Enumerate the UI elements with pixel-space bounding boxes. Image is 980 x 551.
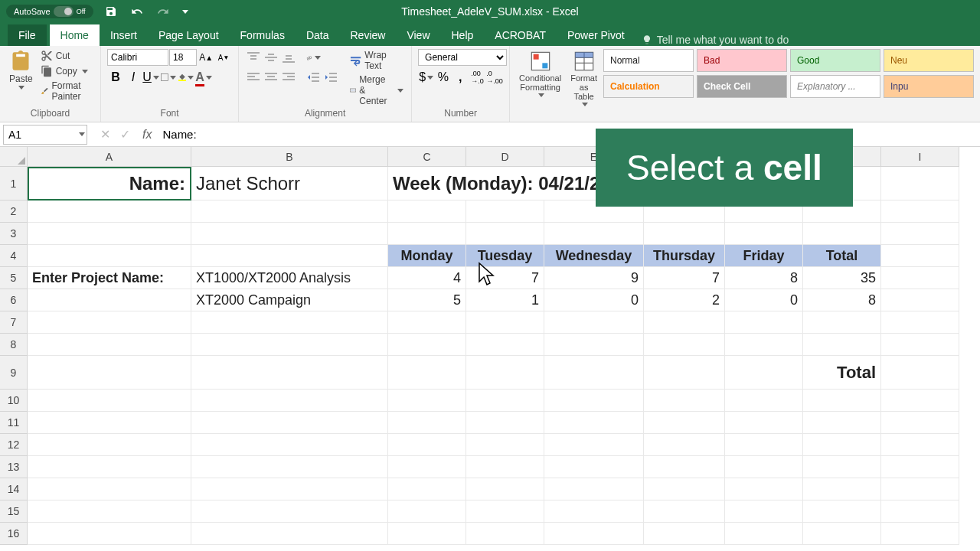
cell-i1[interactable] bbox=[881, 167, 959, 201]
fx-icon[interactable]: fx bbox=[142, 128, 152, 142]
orientation-icon[interactable]: ab bbox=[305, 49, 322, 66]
cell-b5[interactable]: XT1000/XT2000 Analysis bbox=[191, 267, 388, 289]
align-middle-icon[interactable] bbox=[263, 49, 279, 66]
comma-format-icon[interactable]: , bbox=[452, 69, 469, 86]
cell-g4[interactable]: Friday bbox=[725, 245, 803, 267]
formula-input[interactable] bbox=[159, 128, 980, 141]
col-header-c[interactable]: C bbox=[388, 147, 466, 167]
style-good[interactable]: Good bbox=[790, 49, 880, 72]
row-header-5[interactable]: 5 bbox=[0, 267, 28, 289]
style-bad[interactable]: Bad bbox=[697, 49, 787, 72]
tab-acrobat[interactable]: ACROBAT bbox=[484, 24, 557, 46]
increase-font-icon[interactable]: A▲ bbox=[198, 49, 214, 66]
format-as-table-button[interactable]: Format as Table bbox=[567, 49, 600, 108]
cell-g6[interactable]: 0 bbox=[725, 289, 803, 311]
row-header-12[interactable]: 12 bbox=[0, 434, 28, 456]
col-header-d[interactable]: D bbox=[466, 147, 544, 167]
align-left-icon[interactable] bbox=[245, 69, 262, 86]
style-neutral[interactable]: Neu bbox=[884, 49, 974, 72]
col-header-a[interactable]: A bbox=[28, 147, 191, 167]
align-top-icon[interactable] bbox=[245, 49, 262, 66]
style-explanatory[interactable]: Explanatory ... bbox=[790, 75, 880, 98]
increase-decimal-icon[interactable]: .00→.0 bbox=[469, 69, 485, 86]
font-name-select[interactable] bbox=[107, 49, 168, 66]
name-box-dropdown-icon[interactable] bbox=[79, 132, 85, 136]
cancel-icon[interactable]: ✕ bbox=[96, 126, 113, 143]
cell-b1[interactable]: Janet Schorr bbox=[191, 167, 388, 201]
autosave-switch[interactable] bbox=[54, 6, 74, 17]
increase-indent-icon[interactable] bbox=[322, 69, 339, 86]
percent-format-icon[interactable]: % bbox=[435, 69, 451, 86]
cell-c4[interactable]: Monday bbox=[388, 245, 466, 267]
tab-help[interactable]: Help bbox=[441, 24, 485, 46]
underline-button[interactable]: U bbox=[142, 69, 159, 86]
cell-e6[interactable]: 0 bbox=[544, 289, 644, 311]
cell-styles-gallery[interactable]: Normal Bad Good Neu Calculation Check Ce… bbox=[603, 49, 974, 98]
redo-icon[interactable] bbox=[155, 3, 172, 20]
align-bottom-icon[interactable] bbox=[280, 49, 297, 66]
name-box[interactable]: A1 bbox=[3, 125, 87, 145]
wrap-text-button[interactable]: Wrap Text bbox=[348, 49, 405, 72]
undo-icon[interactable] bbox=[129, 3, 145, 20]
cut-button[interactable]: Cut bbox=[39, 49, 94, 63]
col-header-b[interactable]: B bbox=[191, 147, 388, 167]
cell-c5[interactable]: 4 bbox=[388, 267, 466, 289]
cell-a5[interactable]: Enter Project Name: bbox=[28, 267, 191, 289]
row-header-13[interactable]: 13 bbox=[0, 456, 28, 478]
bold-button[interactable]: B bbox=[107, 69, 124, 86]
autosave-toggle[interactable]: AutoSave Off bbox=[6, 5, 93, 18]
row-header-11[interactable]: 11 bbox=[0, 412, 28, 434]
row-header-3[interactable]: 3 bbox=[0, 223, 28, 245]
style-calculation[interactable]: Calculation bbox=[603, 75, 694, 98]
style-normal[interactable]: Normal bbox=[603, 49, 694, 72]
border-button[interactable] bbox=[160, 69, 177, 86]
cell-d6[interactable]: 1 bbox=[466, 289, 544, 311]
row-header-1[interactable]: 1 bbox=[0, 167, 28, 201]
tab-formulas[interactable]: Formulas bbox=[230, 24, 296, 46]
align-right-icon[interactable] bbox=[280, 69, 297, 86]
accounting-format-icon[interactable]: $ bbox=[418, 69, 434, 86]
col-header-i[interactable]: I bbox=[881, 147, 959, 167]
qat-dropdown-icon[interactable] bbox=[182, 10, 188, 14]
spreadsheet-grid[interactable]: A B C D E F G H I 1 Name: Janet Schorr W… bbox=[0, 147, 980, 545]
row-header-10[interactable]: 10 bbox=[0, 390, 28, 412]
cell-c6[interactable]: 5 bbox=[388, 289, 466, 311]
cell-f6[interactable]: 2 bbox=[644, 289, 725, 311]
font-color-button[interactable]: A bbox=[195, 69, 212, 86]
decrease-font-icon[interactable]: A▼ bbox=[215, 49, 232, 66]
fill-color-button[interactable] bbox=[178, 69, 194, 86]
number-format-select[interactable]: General bbox=[418, 49, 507, 66]
tab-view[interactable]: View bbox=[396, 24, 440, 46]
tab-page-layout[interactable]: Page Layout bbox=[148, 24, 230, 46]
save-icon[interactable] bbox=[103, 3, 119, 20]
tab-insert[interactable]: Insert bbox=[100, 24, 148, 46]
tell-me-search[interactable]: Tell me what you want to do bbox=[642, 34, 789, 46]
cell-h9[interactable]: Total bbox=[803, 356, 881, 390]
conditional-formatting-button[interactable]: Conditional Formatting bbox=[516, 49, 564, 99]
cell-f5[interactable]: 7 bbox=[644, 267, 725, 289]
align-center-icon[interactable] bbox=[263, 69, 279, 86]
tab-file[interactable]: File bbox=[8, 24, 47, 46]
font-size-select[interactable] bbox=[169, 49, 197, 66]
row-header-7[interactable]: 7 bbox=[0, 311, 28, 334]
cell-f4[interactable]: Thursday bbox=[644, 245, 725, 267]
cell-h4[interactable]: Total bbox=[803, 245, 881, 267]
format-painter-button[interactable]: Format Painter bbox=[39, 80, 94, 103]
cell-h6[interactable]: 8 bbox=[803, 289, 881, 311]
row-header-2[interactable]: 2 bbox=[0, 201, 28, 223]
decrease-indent-icon[interactable] bbox=[305, 69, 322, 86]
row-header-9[interactable]: 9 bbox=[0, 356, 28, 390]
decrease-decimal-icon[interactable]: .0→.00 bbox=[486, 69, 503, 86]
italic-button[interactable]: I bbox=[125, 69, 142, 86]
style-check-cell[interactable]: Check Cell bbox=[697, 75, 787, 98]
row-header-4[interactable]: 4 bbox=[0, 245, 28, 267]
cell-g5[interactable]: 8 bbox=[725, 267, 803, 289]
cell-h5[interactable]: 35 bbox=[803, 267, 881, 289]
tab-data[interactable]: Data bbox=[296, 24, 340, 46]
cell-e5[interactable]: 9 bbox=[544, 267, 644, 289]
enter-icon[interactable]: ✓ bbox=[116, 126, 133, 143]
tab-review[interactable]: Review bbox=[340, 24, 397, 46]
style-input[interactable]: Inpu bbox=[884, 75, 974, 98]
cell-d4[interactable]: Tuesday bbox=[466, 245, 544, 267]
row-header-8[interactable]: 8 bbox=[0, 334, 28, 356]
